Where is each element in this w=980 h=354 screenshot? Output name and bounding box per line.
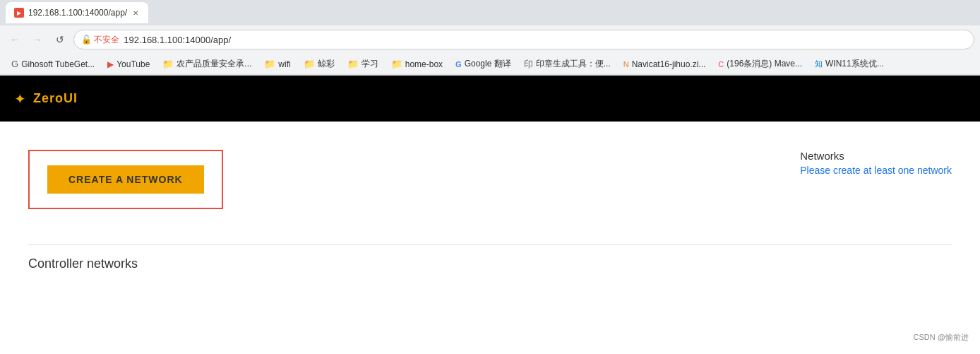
logo-text: ZeroUI bbox=[33, 91, 78, 106]
info-panel: Networks Please create at least one netw… bbox=[800, 150, 952, 176]
logo-icon: ✦ bbox=[14, 90, 26, 107]
app-header: ✦ ZeroUI bbox=[0, 76, 980, 122]
footer-watermark: CSDN @愉前进 bbox=[0, 326, 980, 348]
refresh-button[interactable]: ↺ bbox=[51, 30, 69, 49]
bookmark-navicat[interactable]: N Navicat16-jihuo.zi... bbox=[618, 58, 712, 71]
gihosoft-icon: G bbox=[11, 59, 18, 69]
bookmark-gihosoft[interactable]: G Gihosoft TubeGet... bbox=[6, 57, 100, 71]
youtube-icon: ▶ bbox=[107, 59, 114, 69]
bookmark-navicat-label: Navicat16-jihuo.zi... bbox=[632, 59, 706, 69]
create-network-section: CREATE A NETWORK bbox=[28, 150, 223, 209]
tab-bar: 192.168.1.100:14000/app/ ✕ bbox=[0, 0, 980, 25]
bookmark-win11-label: WIN11系统优... bbox=[825, 58, 884, 70]
bookmark-csdn-label: (196条消息) Mave... bbox=[727, 58, 802, 70]
controller-networks-section: Controller networks bbox=[28, 256, 952, 271]
bookmark-csdn[interactable]: C (196条消息) Mave... bbox=[712, 57, 808, 71]
bookmark-study[interactable]: 📁 学习 bbox=[342, 57, 384, 71]
controller-networks-title: Controller networks bbox=[28, 256, 138, 271]
folder-icon-3: 📁 bbox=[304, 59, 315, 69]
bookmark-study-label: 学习 bbox=[361, 58, 378, 70]
security-icon: 🔓 不安全 bbox=[81, 34, 119, 46]
browser-chrome: 192.168.1.100:14000/app/ ✕ ← → ↺ 🔓 不安全 1… bbox=[0, 0, 980, 76]
toolbar: ← → ↺ 🔓 不安全 192.168.1.100:14000/app/ bbox=[0, 25, 980, 54]
forward-button[interactable]: → bbox=[28, 30, 47, 49]
back-button[interactable]: ← bbox=[6, 30, 24, 49]
divider bbox=[28, 244, 952, 245]
bookmark-jingcai-label: 鲸彩 bbox=[318, 58, 335, 70]
bookmark-gihosoft-label: Gihosoft TubeGet... bbox=[21, 59, 95, 69]
watermark-text: CSDN @愉前进 bbox=[914, 333, 969, 341]
tab-close-button[interactable]: ✕ bbox=[131, 8, 140, 18]
navicat-icon: N bbox=[623, 60, 629, 69]
info-panel-description: Please create at least one network bbox=[800, 165, 952, 176]
app-main: CREATE A NETWORK Controller networks Net… bbox=[0, 122, 980, 326]
bookmark-agriculture[interactable]: 📁 农产品质量安全承... bbox=[157, 57, 257, 71]
tab-favicon bbox=[14, 8, 24, 18]
bookmark-homebox-label: home-box bbox=[405, 59, 443, 69]
bookmarks-bar: G Gihosoft TubeGet... ▶ YouTube 📁 农产品质量安… bbox=[0, 54, 980, 75]
bookmark-win11[interactable]: 知 WIN11系统优... bbox=[809, 57, 890, 71]
google-translate-icon: G bbox=[455, 60, 462, 69]
bookmark-agriculture-label: 农产品质量安全承... bbox=[177, 58, 251, 70]
bookmark-wifi-label: wifi bbox=[278, 59, 290, 69]
info-panel-title: Networks bbox=[800, 150, 952, 162]
address-bar[interactable]: 🔓 不安全 192.168.1.100:14000/app/ bbox=[73, 30, 974, 49]
bookmark-google-label: Google 翻译 bbox=[465, 58, 511, 70]
bookmark-youtube[interactable]: ▶ YouTube bbox=[102, 58, 155, 71]
bookmark-wifi[interactable]: 📁 wifi bbox=[258, 57, 296, 71]
stamp-icon: 印 bbox=[524, 58, 533, 71]
bookmark-jingcai[interactable]: 📁 鲸彩 bbox=[298, 57, 340, 71]
bookmark-stamp-label: 印章生成工具：便... bbox=[536, 58, 611, 70]
csdn-icon: C bbox=[718, 60, 724, 69]
folder-icon-5: 📁 bbox=[391, 59, 402, 69]
bookmark-homebox[interactable]: 📁 home-box bbox=[386, 57, 448, 71]
folder-icon-4: 📁 bbox=[347, 59, 359, 69]
app-logo: ✦ ZeroUI bbox=[14, 90, 78, 107]
bookmark-google-translate[interactable]: G Google 翻译 bbox=[450, 57, 517, 71]
url-text: 192.168.1.100:14000/app/ bbox=[124, 35, 231, 45]
folder-icon-1: 📁 bbox=[162, 59, 174, 69]
bookmark-youtube-label: YouTube bbox=[116, 59, 150, 69]
browser-tab[interactable]: 192.168.1.100:14000/app/ ✕ bbox=[6, 2, 148, 23]
win11-icon: 知 bbox=[815, 59, 823, 69]
tab-title: 192.168.1.100:14000/app/ bbox=[28, 8, 127, 18]
create-network-button[interactable]: CREATE A NETWORK bbox=[47, 165, 204, 194]
folder-icon-2: 📁 bbox=[264, 59, 275, 69]
bookmark-stamp[interactable]: 印 印章生成工具：便... bbox=[518, 57, 616, 72]
